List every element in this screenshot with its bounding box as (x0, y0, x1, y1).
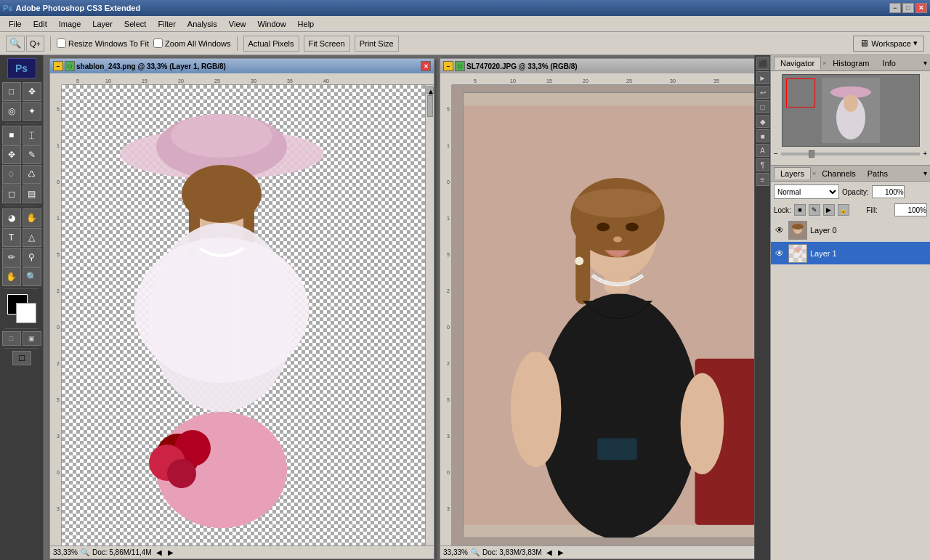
shape-tool[interactable]: △ (23, 228, 41, 247)
doc1-vscroll[interactable]: ▲ (425, 85, 434, 545)
zoom-in-button[interactable]: Q+ (26, 36, 44, 52)
nav-zoom-in[interactable]: + (923, 150, 927, 158)
tab-info[interactable]: Info (876, 57, 902, 70)
tab-paths[interactable]: Paths (862, 168, 894, 179)
maximize-button[interactable]: □ (902, 3, 914, 13)
menu-edit[interactable]: Edit (28, 18, 53, 30)
menu-analysis[interactable]: Analysis (182, 18, 223, 30)
clone-tool[interactable]: ♢ (2, 165, 21, 184)
tool-separator-3 (4, 288, 39, 289)
doc2-maximize[interactable]: □ (455, 61, 465, 71)
doc2-arrow-right[interactable]: ▶ (557, 548, 565, 556)
marquee-tool[interactable]: □ (2, 82, 21, 101)
doc1-vscroll-thumb[interactable] (427, 95, 433, 117)
print-size-button[interactable]: Print Size (355, 36, 399, 52)
rt-button-6[interactable]: ■ (756, 129, 769, 142)
rt-button-8[interactable]: ¶ (756, 158, 769, 171)
zoom-all-checkbox[interactable] (153, 38, 163, 48)
resize-windows-checkbox[interactable] (57, 38, 66, 48)
tab-layers[interactable]: Layers (774, 167, 811, 179)
menu-layer[interactable]: Layer (86, 18, 118, 30)
crop-tool[interactable]: ■ (2, 126, 21, 145)
doc1-arrow-right[interactable]: ▶ (166, 548, 175, 556)
minimize-button[interactable]: − (889, 3, 901, 13)
menu-window[interactable]: Window (251, 18, 291, 30)
doc2-titlebar[interactable]: − □ SL747020.JPG @ 33,3% (RGB/8) ✕ (440, 59, 754, 73)
text-tool[interactable]: T (2, 228, 21, 247)
layer-item-0[interactable]: 👁 Layer 0 (771, 219, 930, 242)
rt-button-7[interactable]: A (756, 144, 769, 157)
lock-position[interactable]: ▶ (823, 204, 835, 216)
rt-button-1[interactable]: ⬛ (756, 57, 769, 70)
notes-tool[interactable]: ✏ (2, 248, 21, 267)
rt-button-2[interactable]: ► (756, 71, 769, 84)
doc1-titlebar[interactable]: − □ shablon_243.png @ 33,3% (Layer 1, RG… (50, 59, 434, 73)
tab-channels[interactable]: Channels (816, 168, 861, 179)
doc1-arrow-left[interactable]: ◀ (155, 548, 163, 556)
doc1-close[interactable]: ✕ (421, 61, 431, 71)
normal-mode[interactable]: □ (2, 331, 21, 346)
zoom-out-button[interactable]: 🔍 (6, 36, 25, 52)
menu-file[interactable]: File (3, 18, 28, 30)
healing-tool[interactable]: ✥ (2, 145, 21, 164)
doc2-minimize[interactable]: − (443, 61, 453, 71)
hand-tool[interactable]: ✋ (2, 267, 21, 286)
fit-screen-button[interactable]: Fit Screen (304, 36, 350, 52)
tool-separator-1 (4, 123, 39, 123)
menu-help[interactable]: Help (292, 18, 320, 30)
menu-image[interactable]: Image (53, 18, 87, 30)
nav-box[interactable] (786, 78, 815, 107)
history-tool[interactable]: ♺ (23, 165, 41, 184)
menu-view[interactable]: View (223, 18, 252, 30)
svg-rect-41 (802, 249, 806, 253)
svg-point-2 (171, 114, 272, 158)
slice-tool[interactable]: ⌶ (23, 126, 41, 145)
pen-tool[interactable]: ✋ (23, 208, 41, 227)
tab-navigator[interactable]: Navigator (774, 57, 821, 70)
opacity-input[interactable] (872, 185, 905, 198)
screen-mode-button[interactable]: ☐ (12, 351, 31, 365)
doc1-minimize[interactable]: − (53, 61, 63, 71)
close-button[interactable]: ✕ (915, 3, 927, 13)
nav-zoom-slider[interactable] (781, 153, 920, 155)
lock-transparent[interactable]: ■ (794, 204, 806, 216)
actual-pixels-button[interactable]: Actual Pixels (243, 36, 299, 52)
tab-histogram[interactable]: Histogram (826, 57, 876, 70)
move-tool[interactable]: ✥ (23, 82, 41, 101)
menu-select[interactable]: Select (118, 18, 153, 30)
lock-image[interactable]: ✎ (809, 204, 820, 216)
nav-zoom-out[interactable]: − (774, 150, 778, 158)
resize-windows-label[interactable]: Resize Windows To Fit (57, 38, 149, 48)
fill-input[interactable] (894, 203, 927, 216)
svg-point-27 (613, 237, 622, 243)
doc1-vscroll-up[interactable]: ▲ (426, 86, 434, 94)
background-color[interactable] (16, 303, 36, 323)
zoom-all-label[interactable]: Zoom All Windows (153, 38, 230, 48)
gradient-tool[interactable]: ▤ (23, 184, 41, 203)
blend-mode-select[interactable]: Normal Multiply Screen (774, 184, 839, 199)
layers-panel-menu[interactable]: ▾ (923, 169, 927, 177)
eraser-tool[interactable]: ◻ (2, 184, 21, 203)
wand-tool[interactable]: ✦ (23, 102, 41, 121)
lasso-tool[interactable]: ◎ (2, 102, 21, 121)
eyedropper-tool[interactable]: ⚲ (23, 248, 41, 267)
menu-filter[interactable]: Filter (152, 18, 181, 30)
doc2-ruler-top: 5 10 15 20 25 30 35 40 (452, 73, 754, 85)
zoom-tool[interactable]: 🔍 (23, 267, 41, 286)
layer-0-visibility[interactable]: 👁 (774, 224, 785, 236)
panel-collapse-1[interactable]: ▾ (923, 59, 927, 67)
dodge-tool[interactable]: ◕ (2, 208, 21, 227)
doc2-arrow-left[interactable]: ◀ (545, 548, 554, 556)
layer-item-1[interactable]: 👁 (771, 242, 930, 265)
quick-mask-mode[interactable]: ▣ (23, 331, 41, 346)
rt-button-4[interactable]: □ (756, 100, 769, 113)
workspace-button[interactable]: 🖥 Workspace ▾ (853, 36, 924, 52)
svg-rect-45 (802, 258, 806, 262)
lock-all[interactable]: 🔒 (838, 204, 849, 216)
layer-1-visibility[interactable]: 👁 (774, 248, 785, 259)
doc1-maximize[interactable]: □ (65, 61, 75, 71)
brush-tool[interactable]: ✎ (23, 145, 41, 164)
rt-button-3[interactable]: ↩ (756, 86, 769, 99)
rt-button-9[interactable]: ≡ (756, 173, 769, 186)
rt-button-5[interactable]: ◆ (756, 115, 769, 128)
